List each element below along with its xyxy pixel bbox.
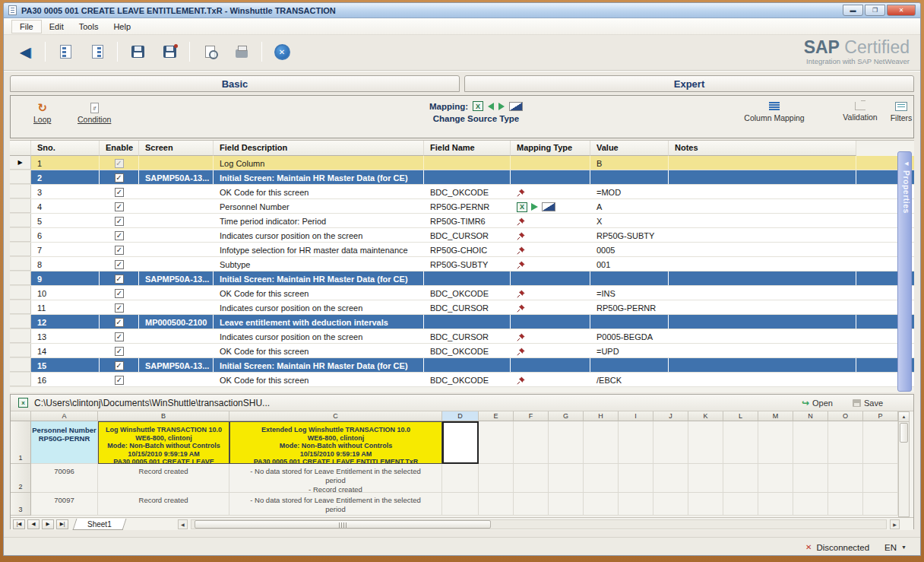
sheet-column-header[interactable]: M <box>758 411 793 421</box>
sheet-cell[interactable] <box>584 464 619 493</box>
grid-column-header[interactable]: Field Description <box>214 141 424 156</box>
sheet-cell[interactable]: 70096 <box>31 464 98 493</box>
enable-checkbox[interactable]: ✓ <box>115 202 124 211</box>
next-sheet-button[interactable]: ▶ <box>42 519 54 529</box>
sheet-cell[interactable] <box>653 421 688 464</box>
sheet-vertical-scrollbar[interactable]: ▲ <box>898 411 910 517</box>
vertical-scroll-thumb[interactable] <box>900 423 908 443</box>
sheet-cell[interactable] <box>479 493 514 516</box>
sheet-cell[interactable] <box>793 493 828 516</box>
sheet-cell[interactable] <box>549 464 584 493</box>
grid-column-header[interactable]: Screen <box>139 141 214 156</box>
sheet-column-header[interactable]: B <box>98 411 229 421</box>
sheet-cell[interactable]: Record created <box>98 464 229 493</box>
excel-mapping-icon[interactable] <box>473 101 483 111</box>
preview-button[interactable] <box>198 40 222 64</box>
sheet-cell[interactable]: 70097 <box>31 493 98 516</box>
stop-button[interactable]: ✕ <box>270 40 294 64</box>
sheet-cell[interactable] <box>514 421 549 464</box>
sheet-cell[interactable] <box>863 493 898 516</box>
language-selector[interactable]: EN <box>884 543 897 552</box>
map-left-arrow-icon[interactable] <box>488 103 494 110</box>
row-selector[interactable] <box>10 228 31 242</box>
enable-checkbox[interactable]: ✓ <box>115 347 124 356</box>
sheet-column-header[interactable]: E <box>479 411 514 421</box>
sheet-cell[interactable]: Log Winshuttle TRANSACTION 10.0 WE6-800,… <box>98 421 229 464</box>
sheet-column-header[interactable]: D <box>442 411 479 421</box>
grid-row[interactable]: 8✓SubtypeRP50G-SUBTY001 <box>10 257 914 271</box>
minimize-button[interactable]: ▬ <box>843 5 863 16</box>
close-button[interactable]: ✕ <box>887 5 916 16</box>
fixed-value-icon[interactable] <box>509 102 523 111</box>
enable-checkbox[interactable]: ✓ <box>115 275 124 284</box>
prev-sheet-button[interactable]: ◀ <box>27 519 40 529</box>
grid-row[interactable]: 13✓Indicates cursor position on the scre… <box>10 329 914 344</box>
row-selector[interactable] <box>10 344 31 357</box>
grid-row[interactable]: 16✓OK Code for this screenBDC_OKCODE/EBC… <box>10 373 914 387</box>
grid-column-header[interactable]: Enable <box>100 141 139 156</box>
enable-checkbox[interactable]: ✓ <box>115 217 124 226</box>
open-button[interactable]: ↪Open <box>802 398 833 408</box>
enable-checkbox[interactable]: ✓ <box>115 173 124 183</box>
sheet-cell[interactable] <box>479 421 514 464</box>
restore-button[interactable]: ❐ <box>865 5 885 16</box>
sheet-column-header[interactable]: K <box>688 411 723 421</box>
sheet-cell[interactable] <box>793 421 828 464</box>
grid-row[interactable]: 10✓OK Code for this screenBDC_OKCODE=INS <box>10 286 914 300</box>
sheet-cell[interactable] <box>688 464 723 493</box>
row-selector[interactable] <box>10 358 31 372</box>
sheet-tab[interactable]: Sheet1 <box>73 519 127 530</box>
sheet-cell[interactable]: - No data stored for Leave Entitlement i… <box>229 493 442 516</box>
tab-basic[interactable]: Basic <box>10 75 460 92</box>
save-as-button[interactable] <box>157 40 182 64</box>
sheet-column-header[interactable]: N <box>793 411 828 421</box>
sheet-corner-cell[interactable] <box>11 411 31 421</box>
grid-column-header[interactable]: Notes <box>669 141 856 156</box>
sheet-cell[interactable] <box>758 421 793 464</box>
sheet-cell[interactable] <box>688 493 723 516</box>
sheet-cell[interactable] <box>619 421 653 464</box>
tab-expert[interactable]: Expert <box>464 75 914 92</box>
grid-column-header[interactable]: Sno. <box>31 141 100 156</box>
sheet-cell[interactable]: Personnel Number RP50G-PERNR <box>31 421 98 464</box>
save-button[interactable] <box>125 40 150 64</box>
grid-row[interactable]: 15✓SAPMP50A-13...Initial Screen: Maintai… <box>10 358 914 373</box>
sheet-cell[interactable] <box>828 421 863 464</box>
sheet-cell[interactable] <box>828 464 863 493</box>
sheet-cell[interactable] <box>442 464 479 493</box>
grid-row[interactable]: 6✓Indicates cursor position on the scree… <box>10 228 914 243</box>
sheet-cell[interactable] <box>793 464 828 493</box>
grid-row[interactable]: 14✓OK Code for this screenBDC_OKCODE=UPD <box>10 344 914 358</box>
sheet-column-header[interactable]: G <box>549 411 584 421</box>
sheet-column-header[interactable]: A <box>31 411 98 421</box>
row-selector[interactable] <box>10 315 31 329</box>
sheet-cell[interactable] <box>723 421 758 464</box>
sheet-cell[interactable] <box>863 421 898 464</box>
sheet-cell[interactable] <box>514 493 549 516</box>
menu-help[interactable]: Help <box>106 21 138 33</box>
scroll-left-icon[interactable]: ◀ <box>178 519 188 529</box>
publish-button[interactable] <box>229 40 254 64</box>
validation-button[interactable]: Validation <box>836 102 884 122</box>
grid-row[interactable]: 12✓MP000500-2100Leave entitlement with d… <box>10 315 914 329</box>
menu-file[interactable]: File <box>11 20 42 33</box>
row-selector[interactable] <box>10 199 31 213</box>
panel-view-alt-button[interactable] <box>85 40 109 64</box>
sheet-cell[interactable]: Extended Log Winshuttle TRANSACTION 10.0… <box>229 421 442 464</box>
sheet-row-header[interactable]: 3 <box>11 493 31 516</box>
last-sheet-button[interactable]: ▶| <box>56 519 68 529</box>
row-selector[interactable] <box>10 257 31 271</box>
sheet-cell[interactable] <box>828 493 863 516</box>
grid-row[interactable]: 4✓Personnel NumberRP50G-PERNRA <box>10 199 914 214</box>
enable-checkbox[interactable]: ✓ <box>115 246 124 255</box>
column-mapping-button[interactable]: Column Mapping <box>725 102 824 122</box>
sheet-cell[interactable] <box>863 464 898 493</box>
grid-row[interactable]: 2✓SAPMP50A-13...Initial Screen: Maintain… <box>10 170 914 185</box>
sheet-cell[interactable] <box>653 493 688 516</box>
properties-tab[interactable]: ◂ Properties <box>897 151 912 392</box>
sheet-row-header[interactable]: 2 <box>11 464 31 493</box>
sheet-cell[interactable] <box>514 464 549 493</box>
scroll-up-icon[interactable]: ▲ <box>899 412 909 422</box>
scroll-right-icon[interactable]: ▶ <box>890 519 900 529</box>
sheet-column-header[interactable]: L <box>723 411 758 421</box>
